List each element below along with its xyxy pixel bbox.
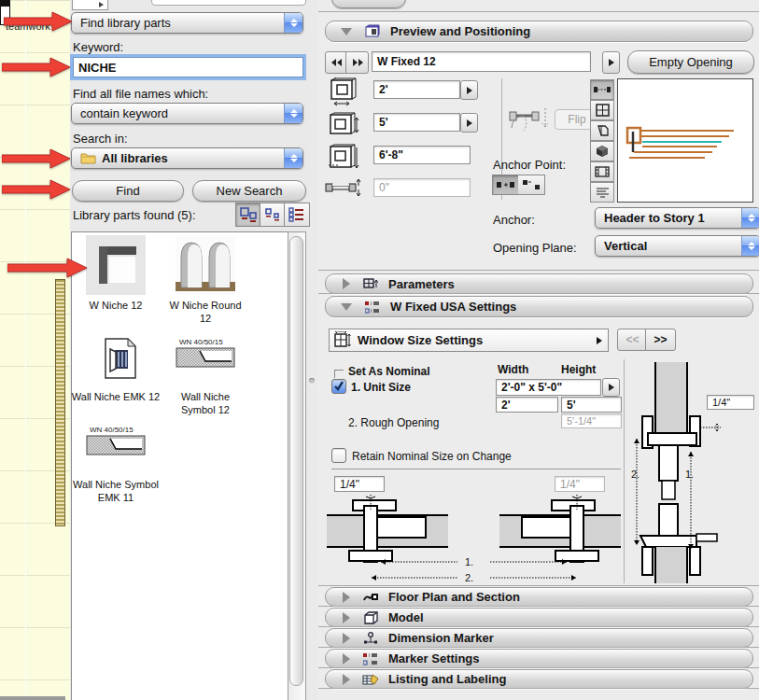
rough-opening-label: 2. Rough Opening — [348, 416, 439, 429]
search-in-value: All libraries — [102, 151, 168, 165]
annotation-arrow-find-library-parts — [4, 11, 73, 32]
disclosure-closed-icon[interactable] — [343, 612, 350, 623]
result-thumb-w-niche-round-12[interactable] — [176, 235, 235, 299]
new-search-button[interactable]: New Search — [192, 180, 306, 202]
section-preview-positioning[interactable]: Preview and Positioning — [325, 21, 753, 42]
result-label[interactable]: Wall Niche Symbol 12 — [166, 390, 245, 416]
keyword-input[interactable]: NICHE — [73, 57, 303, 77]
disclosure-open-icon[interactable] — [341, 28, 352, 35]
anchor-dropdown[interactable]: Header to Story 1 — [595, 207, 759, 229]
disclosure-closed-icon[interactable] — [343, 653, 350, 665]
result-thumb-wall-niche-emk-12[interactable] — [104, 338, 137, 383]
disclosure-closed-icon[interactable] — [343, 674, 350, 685]
width-flyout-button[interactable] — [460, 80, 478, 100]
result-label[interactable]: Wall Niche EMK 12 — [69, 390, 162, 403]
preview-mode-notes-button[interactable] — [590, 182, 614, 203]
height-flyout-button[interactable] — [460, 113, 478, 133]
anchor-point-segment-center[interactable] — [492, 175, 520, 195]
preview-pane[interactable] — [617, 78, 753, 203]
retain-nominal-label: Retain Nominal Size on Change — [352, 450, 512, 463]
disclosure-closed-icon[interactable] — [343, 592, 350, 603]
tolerance-side-field[interactable]: 1/4" — [707, 395, 754, 410]
part-flyout-button[interactable] — [602, 51, 620, 74]
list-view-icon — [288, 206, 306, 223]
svg-text:1.: 1. — [685, 469, 694, 480]
next-page-button[interactable]: >> — [645, 329, 676, 351]
preview-mode-movie-button[interactable] — [590, 161, 614, 182]
window-size-icon — [333, 331, 352, 349]
section-usa-settings[interactable]: W Fixed USA Settings — [325, 296, 753, 317]
preview-positioning-icon — [363, 24, 382, 38]
retain-nominal-checkbox[interactable] — [331, 448, 346, 463]
disclosure-open-icon[interactable] — [341, 303, 352, 311]
anchor-point-label: Anchor Point: — [493, 158, 566, 172]
result-label[interactable]: W Niche Round 12 — [166, 299, 245, 325]
view-large-icons-button[interactable] — [235, 203, 261, 227]
popup-stepper-icon — [284, 148, 302, 168]
height-field[interactable]: 5' — [373, 113, 460, 132]
section-parameters[interactable]: Parameters — [325, 273, 753, 294]
library-mode-dropdown[interactable]: Find library parts — [71, 12, 303, 34]
result-thumb-wall-niche-symbol-12[interactable]: WN 40/50/15 — [176, 336, 235, 373]
search-in-label: Search in: — [73, 132, 128, 146]
opening-plane-dropdown[interactable]: Vertical — [595, 235, 759, 257]
results-count-label: Library parts found (5): — [73, 208, 196, 222]
next-page-label: >> — [654, 333, 667, 346]
wall-element[interactable] — [55, 279, 65, 526]
result-thumb-w-niche-12[interactable] — [86, 235, 146, 299]
unit-width-field[interactable]: 2' — [496, 397, 558, 413]
keyword-value: NICHE — [78, 61, 116, 75]
preview-mode-plan-button[interactable] — [590, 79, 614, 100]
next-part-button[interactable] — [345, 51, 369, 74]
part-name-field[interactable]: W Fixed 12 — [372, 51, 591, 72]
unit-size-checkbox[interactable] — [331, 379, 346, 394]
result-label[interactable]: Wall Niche Symbol EMK 11 — [65, 478, 166, 504]
section-title: Listing and Labeling — [388, 672, 506, 686]
results-scrollbar-thumb[interactable] — [289, 236, 303, 686]
unit-size-label: 1. Unit Size — [351, 381, 411, 394]
preview-mode-3d-button[interactable] — [590, 141, 614, 161]
find-button[interactable]: Find — [72, 180, 184, 202]
view-list-button[interactable] — [284, 203, 310, 227]
section-marker-settings[interactable]: Marker Settings — [325, 649, 753, 668]
disclosure-closed-icon[interactable] — [343, 278, 350, 289]
section-title: Dimension Marker — [388, 631, 494, 645]
section-floor-plan[interactable]: Floor Plan and Section — [325, 587, 753, 607]
result-thumb-wall-niche-symbol-emk-11[interactable]: WN 40/50/15 — [86, 424, 146, 461]
prev-page-label: << — [625, 333, 639, 346]
width-value: 2' — [379, 83, 388, 96]
tolerance-left-field[interactable]: 1/4" — [334, 476, 385, 492]
unit-size-combined-field[interactable]: 2'-0" x 5'-0" — [496, 379, 601, 396]
width-field[interactable]: 2' — [373, 80, 460, 99]
panel-splitter-grip[interactable] — [309, 378, 315, 384]
header-height-field[interactable]: 6'-8" — [373, 146, 471, 164]
marker-settings-icon — [361, 652, 380, 665]
jamb-detail-drawing: 1. 2. — [327, 493, 621, 583]
preview-mode-elevation-button[interactable] — [590, 100, 614, 120]
section-listing-labeling[interactable]: Listing and Labeling — [325, 669, 753, 689]
prev-page-button[interactable]: << — [617, 329, 648, 351]
search-in-dropdown[interactable]: All libraries — [71, 147, 303, 169]
section-dimension-marker[interactable]: Dimension Marker — [325, 628, 753, 648]
partial-field[interactable] — [151, 0, 306, 6]
annotation-arrow-keyword — [2, 57, 71, 77]
unit-width-value: 2' — [501, 399, 511, 412]
unit-height-field[interactable]: 5' — [561, 397, 622, 413]
partial-top-button[interactable] — [331, 0, 406, 8]
preview-mode-side-button[interactable] — [590, 120, 614, 141]
filename-label: Find all file names which: — [73, 87, 208, 101]
side-view-icon — [596, 124, 610, 137]
sill-height-field[interactable]: 0" — [373, 178, 471, 197]
section-model[interactable]: Model — [325, 608, 753, 627]
svg-text:1.: 1. — [465, 556, 473, 567]
unit-size-flyout-button[interactable] — [602, 378, 620, 397]
selector-arrow-icon — [597, 337, 602, 344]
anchor-point-segment-corner[interactable] — [518, 175, 545, 195]
result-label[interactable]: W Niche 12 — [77, 299, 155, 312]
settings-page-selector[interactable]: Window Size Settings — [329, 329, 609, 352]
height-header: Height — [561, 363, 596, 376]
filename-dropdown[interactable]: contain keyword — [71, 103, 303, 124]
view-small-icons-button[interactable] — [260, 203, 286, 227]
disclosure-closed-icon[interactable] — [343, 633, 350, 644]
empty-opening-button[interactable]: Empty Opening — [627, 50, 754, 74]
